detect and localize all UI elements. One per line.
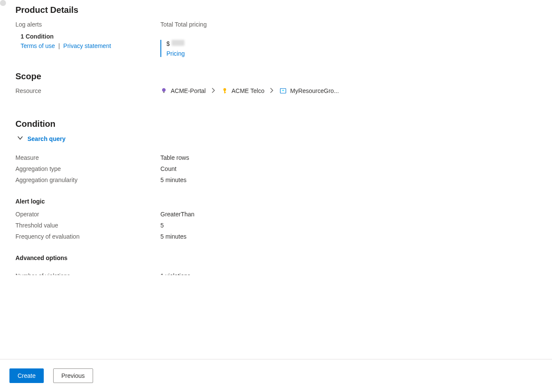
search-query-label: Search query	[27, 135, 66, 142]
scope-grid: Resource ACME-Portal	[15, 87, 537, 94]
product-details-heading: Product Details	[15, 5, 537, 15]
threshold-value: 5	[160, 222, 537, 229]
price-redacted	[172, 40, 184, 46]
breadcrumb-label: ACME Telco	[232, 87, 265, 94]
breadcrumb-item-telco[interactable]: ACME Telco	[221, 87, 265, 94]
breadcrumb-item-portal[interactable]: ACME-Portal	[160, 87, 206, 94]
aggregation-granularity-label: Aggregation granularity	[15, 177, 160, 183]
price-prefix: $	[166, 40, 170, 47]
frequency-label: Frequency of evaluation	[15, 233, 160, 240]
breadcrumb-label: MyResourceGro...	[290, 87, 339, 94]
svg-rect-3	[224, 90, 225, 93]
operator-value: GreaterThan	[160, 211, 537, 218]
condition-heading: Condition	[15, 119, 537, 129]
threshold-label: Threshold value	[15, 222, 160, 229]
key-icon	[221, 87, 228, 94]
operator-label: Operator	[15, 211, 160, 218]
pricing-link[interactable]: Pricing	[166, 50, 305, 57]
lightbulb-icon	[160, 87, 167, 94]
product-details-row: Log alerts 1 Condition Terms of use | Pr…	[15, 21, 537, 57]
privacy-statement-link[interactable]: Privacy statement	[63, 42, 111, 49]
alert-logic-heading: Alert logic	[15, 198, 537, 205]
condition-count: 1 Condition	[21, 33, 160, 40]
svg-rect-1	[163, 92, 164, 93]
search-query-accordion[interactable]: Search query	[17, 135, 537, 142]
resource-label: Resource	[15, 87, 160, 94]
terms-of-use-link[interactable]: Terms of use	[21, 42, 55, 49]
scope-heading: Scope	[15, 72, 537, 81]
measure-label: Measure	[15, 154, 160, 161]
svg-rect-4	[224, 92, 226, 93]
total-pricing-label: Total Total pricing	[160, 21, 305, 28]
chevron-right-icon	[269, 87, 274, 94]
aggregation-type-label: Aggregation type	[15, 165, 160, 172]
footer-bar: Create Previous	[0, 359, 552, 392]
condition-grid: Measure Table rows Aggregation type Coun…	[15, 154, 537, 183]
breadcrumb-label: ACME-Portal	[171, 87, 206, 94]
previous-button[interactable]: Previous	[53, 368, 93, 383]
aggregation-type-value: Count	[160, 165, 537, 172]
frequency-value: 5 minutes	[160, 233, 537, 240]
aggregation-granularity-value: 5 minutes	[160, 177, 537, 183]
chevron-right-icon	[211, 87, 216, 94]
advanced-options-heading: Advanced options	[15, 254, 537, 261]
breadcrumb-item-resourcegroup[interactable]: MyResourceGro...	[280, 87, 339, 94]
chevron-down-icon	[17, 135, 23, 142]
svg-marker-6	[282, 90, 284, 91]
log-alerts-label: Log alerts	[15, 21, 160, 28]
advanced-cutoff-row: Number of violations 1 violations	[15, 272, 537, 275]
violations-label: Number of violations	[15, 272, 160, 275]
alert-logic-grid: Operator GreaterThan Threshold value 5 F…	[15, 211, 537, 240]
resource-group-icon	[280, 87, 287, 94]
violations-value: 1 violations	[160, 272, 537, 275]
link-separator: |	[58, 42, 60, 49]
measure-value: Table rows	[160, 154, 537, 161]
create-button[interactable]: Create	[9, 368, 44, 383]
resource-breadcrumb: ACME-Portal ACME Telco	[160, 87, 537, 94]
svg-point-0	[162, 88, 166, 92]
decorative-corner-dot	[0, 0, 6, 6]
